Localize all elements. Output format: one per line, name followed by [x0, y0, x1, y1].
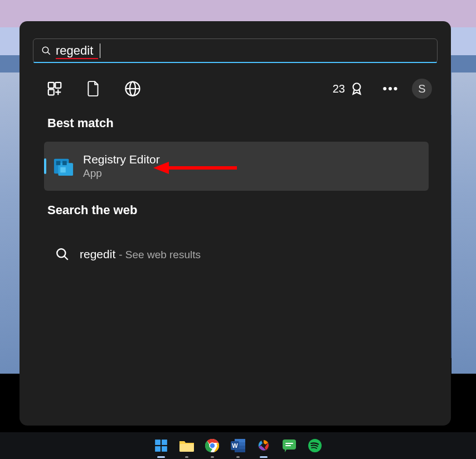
svg-rect-38: [285, 445, 291, 446]
search-icon: [41, 46, 51, 56]
taskbar-active-indicator: [157, 456, 165, 458]
taskbar-file-explorer-button[interactable]: [178, 437, 196, 455]
svg-rect-21: [162, 439, 167, 445]
best-match-result[interactable]: Registry Editor App: [44, 142, 429, 191]
search-filter-row: 23 ••• S: [42, 76, 432, 102]
svg-rect-2: [48, 83, 54, 88]
medal-icon: [349, 81, 364, 96]
best-match-title: Registry Editor: [83, 153, 160, 166]
svg-text:W: W: [232, 442, 238, 449]
taskbar-active-indicator: [260, 456, 268, 458]
taskbar-indicator: [211, 456, 214, 458]
wallpaper-detail-right: [451, 73, 476, 374]
taskbar-indicator: [236, 456, 240, 458]
spotify-icon: [308, 438, 322, 453]
taskbar-word-button[interactable]: W: [229, 437, 247, 455]
section-heading-best-match: Best match: [47, 116, 114, 131]
document-icon: [86, 80, 101, 97]
web-result-term: regedit: [80, 248, 115, 261]
taskbar: W: [0, 432, 476, 459]
chat-icon: [282, 439, 297, 452]
web-result-suffix: - See web results: [119, 249, 201, 261]
svg-rect-23: [162, 446, 167, 452]
svg-point-10: [353, 83, 361, 90]
svg-line-19: [64, 256, 68, 260]
word-icon: W: [230, 438, 246, 453]
taskbar-spotify-button[interactable]: [306, 437, 324, 455]
taskbar-chrome-button[interactable]: [203, 437, 221, 455]
filter-documents-button[interactable]: [81, 76, 106, 102]
search-icon: [55, 247, 70, 262]
windows-start-icon: [154, 438, 168, 453]
svg-rect-22: [155, 446, 161, 452]
chrome-icon: [205, 438, 220, 453]
user-avatar-button[interactable]: S: [412, 79, 432, 99]
svg-rect-15: [60, 167, 66, 173]
more-options-button[interactable]: •••: [380, 78, 402, 100]
registry-editor-icon: [53, 156, 74, 177]
spellcheck-underline: [56, 58, 98, 59]
taskbar-icons: W: [152, 437, 324, 455]
globe-icon: [124, 80, 141, 97]
svg-rect-20: [155, 439, 161, 445]
web-result-text: regedit - See web results: [80, 248, 201, 261]
svg-point-0: [42, 47, 48, 53]
svg-rect-4: [48, 89, 54, 95]
file-explorer-icon: [179, 439, 195, 452]
taskbar-indicator: [185, 456, 188, 458]
snagit-icon: [256, 438, 271, 453]
filter-web-button[interactable]: [120, 76, 145, 102]
svg-rect-37: [285, 443, 293, 444]
taskbar-start-button[interactable]: [152, 437, 170, 455]
taskbar-snagit-button[interactable]: [255, 437, 273, 455]
user-initial: S: [418, 83, 425, 95]
rewards-points: 23: [333, 83, 345, 95]
svg-point-18: [57, 249, 65, 257]
selection-indicator: [44, 158, 46, 174]
web-search-result[interactable]: regedit - See web results: [44, 230, 429, 279]
svg-rect-24: [179, 444, 194, 452]
start-search-panel: 23 ••• S Best match Registry Editor App: [20, 21, 451, 426]
svg-rect-14: [62, 161, 67, 166]
best-match-subtitle: App: [83, 167, 160, 180]
text-caret: [100, 44, 100, 58]
search-input[interactable]: [56, 39, 424, 62]
search-bar[interactable]: [33, 38, 438, 63]
filter-apps-button[interactable]: [42, 76, 67, 102]
section-heading-web: Search the web: [47, 203, 137, 218]
apps-grid-icon: [46, 80, 63, 97]
svg-rect-3: [55, 83, 61, 88]
best-match-text: Registry Editor App: [83, 153, 160, 180]
rewards-button[interactable]: 23: [333, 81, 364, 96]
svg-rect-36: [283, 439, 296, 450]
ellipsis-icon: •••: [382, 81, 399, 96]
taskbar-chat-button[interactable]: [280, 437, 298, 455]
svg-rect-13: [56, 161, 61, 166]
svg-line-1: [47, 52, 50, 55]
